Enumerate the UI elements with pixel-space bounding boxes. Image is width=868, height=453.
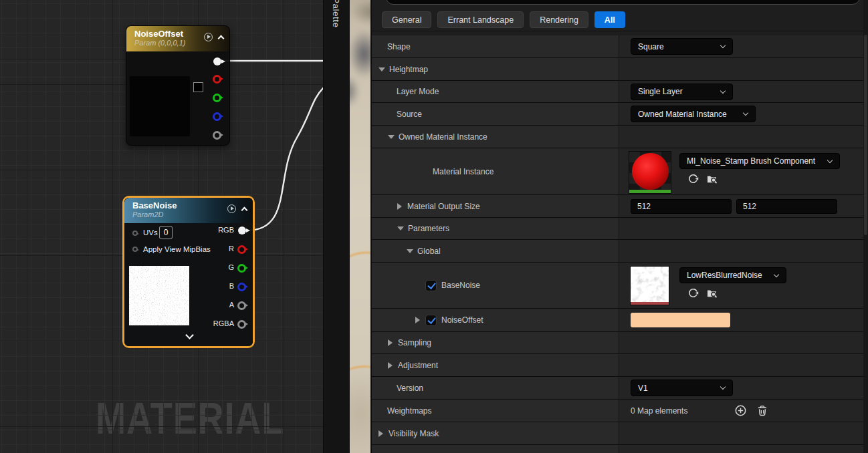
row-global: Global	[372, 240, 868, 263]
row-owned-material-instance: Owned Material Instance	[372, 126, 868, 148]
scrollbar-thumb[interactable]	[864, 35, 867, 235]
expander-down-icon[interactable]	[388, 135, 395, 139]
node-preview-noise	[129, 266, 189, 325]
layer-mode-dropdown[interactable]: Single Layer	[631, 84, 733, 100]
noise-offset-checkbox[interactable]	[425, 315, 437, 326]
pin-output-r[interactable]	[213, 75, 221, 84]
node-header[interactable]: NoiseOffset Param (0,0,0,1)	[126, 26, 229, 51]
source-dropdown[interactable]: Owned Material Instance	[631, 106, 756, 122]
material-instance-thumbnail[interactable]	[629, 151, 671, 194]
expand-node-chevron-icon[interactable]	[185, 331, 194, 339]
expander-right-icon[interactable]	[388, 339, 393, 346]
palette-tab[interactable]: Palette	[331, 0, 341, 28]
tab-general[interactable]: General	[382, 11, 431, 28]
expander-right-icon[interactable]	[388, 362, 393, 369]
uvs-value-box[interactable]: 0	[159, 226, 173, 239]
shape-dropdown[interactable]: Square	[631, 38, 733, 55]
details-filter-tabs: General Errant Landscape Rendering All	[382, 11, 625, 28]
row-label: Sampling	[398, 338, 431, 347]
material-graph-canvas[interactable]: MATERIAL NoiseOffset Param (0,0,0,1) Def…	[0, 0, 323, 453]
use-selected-asset-icon[interactable]	[687, 173, 699, 184]
dropdown-value: Square	[638, 42, 664, 51]
row-label: Owned Material Instance	[399, 132, 487, 142]
expander-right-icon[interactable]	[378, 430, 383, 437]
field-value: 512	[637, 202, 651, 211]
expander-right-icon[interactable]	[397, 203, 402, 210]
row-label: Heightmap	[389, 65, 428, 74]
tab-all[interactable]: All	[594, 11, 625, 28]
details-scrollbar[interactable]	[863, 0, 868, 453]
output-size-x-field[interactable]: 512	[631, 199, 732, 214]
asset-type-underline	[629, 190, 671, 193]
pin-label-a: A	[229, 301, 234, 309]
dropdown-value: MI_Noise_Stamp Brush Component	[687, 156, 815, 166]
row-label: NoiseOffset	[441, 315, 483, 325]
row-label: Weightmaps	[387, 406, 431, 416]
preview-toggle-icon[interactable]	[227, 204, 236, 213]
row-label: Shape	[387, 42, 411, 51]
pin-output-r[interactable]	[237, 245, 246, 254]
browse-to-asset-icon[interactable]	[706, 287, 718, 299]
browse-to-asset-icon[interactable]	[706, 173, 718, 184]
uvs-label: UVs	[143, 229, 158, 237]
default-value-color-swatch[interactable]	[193, 82, 203, 92]
row-material-output-size: Material Output Size 512 512	[372, 195, 868, 218]
base-noise-thumbnail[interactable]	[630, 266, 669, 305]
expander-down-icon[interactable]	[397, 226, 404, 231]
row-layer-mode: Layer Mode Single Layer	[372, 81, 868, 103]
preview-toggle-icon[interactable]	[204, 33, 213, 41]
expander-down-icon[interactable]	[378, 67, 385, 71]
dropdown-value: Single Layer	[638, 87, 683, 96]
chevron-down-icon	[827, 157, 833, 162]
details-panel: General Errant Landscape Rendering All S…	[370, 0, 868, 453]
add-element-icon[interactable]	[734, 404, 747, 417]
node-header[interactable]: BaseNoise Param2D	[124, 198, 253, 223]
row-label: Global	[417, 247, 441, 256]
base-noise-texture-dropdown[interactable]: LowResBlurredNoise	[679, 267, 786, 283]
pin-output-b[interactable]	[213, 112, 221, 121]
use-selected-asset-icon[interactable]	[687, 287, 699, 299]
row-label: Adjustment	[398, 361, 438, 370]
collapse-chevron-icon[interactable]	[218, 35, 225, 42]
node-noise-offset[interactable]: NoiseOffset Param (0,0,0,1) Default Valu…	[126, 25, 230, 146]
material-instance-dropdown[interactable]: MI_Noise_Stamp Brush Component	[679, 153, 840, 169]
row-label: Layer Mode	[397, 87, 439, 96]
row-label: Version	[397, 384, 423, 393]
pin-output-rgb[interactable]	[238, 226, 246, 235]
pin-output-rgba[interactable]	[237, 320, 246, 329]
row-label: Material Instance	[433, 167, 494, 176]
pin-output-a[interactable]	[213, 131, 221, 140]
viewport-sliver	[350, 0, 370, 453]
expander-right-icon[interactable]	[415, 317, 420, 323]
chevron-down-icon	[720, 384, 726, 390]
search-input[interactable]	[386, 0, 860, 5]
dropdown-value: Owned Material Instance	[638, 110, 727, 119]
node-base-noise[interactable]: BaseNoise Param2D UVs 0 Apply View MipBi…	[122, 196, 255, 348]
row-heightmap: Heightmap	[372, 58, 868, 81]
row-adjustment: Adjustment	[372, 354, 868, 377]
pin-input-uvs[interactable]	[132, 231, 138, 236]
dropdown-value: LowResBlurredNoise	[687, 271, 762, 280]
pin-output-b[interactable]	[237, 283, 246, 291]
divider	[372, 31, 868, 31]
version-dropdown[interactable]: V1	[631, 380, 733, 396]
output-size-y-field[interactable]: 512	[736, 199, 837, 214]
chevron-down-icon	[743, 110, 748, 116]
pin-output-g[interactable]	[213, 94, 221, 102]
row-noise-offset: NoiseOffset	[372, 309, 868, 332]
pin-output-a[interactable]	[237, 301, 246, 310]
pin-input-mipbias[interactable]	[132, 247, 138, 252]
delete-all-elements-icon[interactable]	[756, 404, 768, 417]
expander-down-icon[interactable]	[407, 249, 413, 253]
row-label: Material Output Size	[407, 202, 480, 211]
tab-rendering[interactable]: Rendering	[530, 11, 588, 28]
pin-output-g[interactable]	[237, 264, 246, 273]
pin-label-g: G	[228, 263, 234, 271]
noise-offset-color-swatch[interactable]	[631, 313, 730, 327]
tab-errant-landscape[interactable]: Errant Landscape	[437, 11, 524, 28]
collapse-chevron-icon[interactable]	[241, 207, 248, 214]
row-weightmaps: Weightmaps 0 Map elements	[372, 400, 868, 422]
row-label: Source	[397, 110, 422, 119]
base-noise-checkbox[interactable]	[425, 280, 437, 291]
pin-output-main[interactable]	[213, 57, 221, 65]
